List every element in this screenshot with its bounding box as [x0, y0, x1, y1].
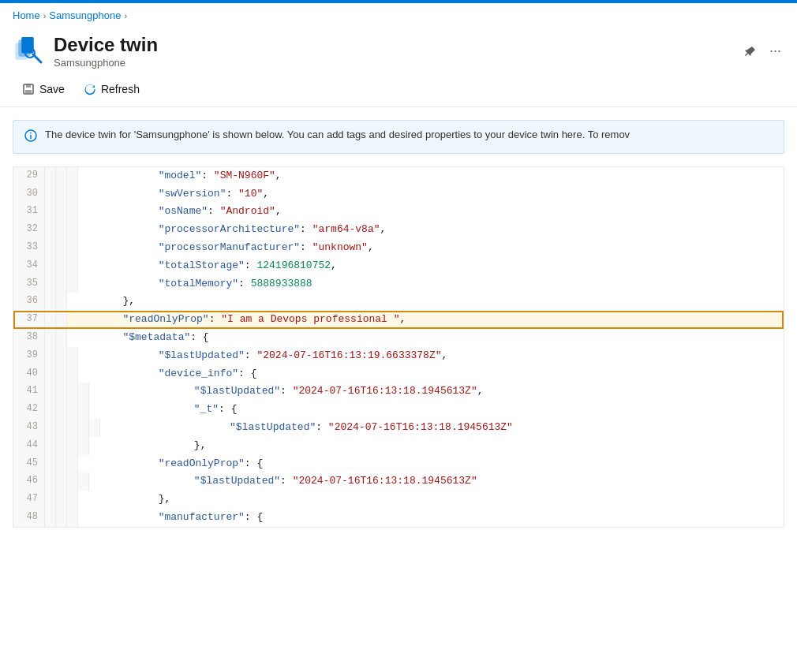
- line-content: },: [89, 437, 784, 455]
- collapse-gutter: [45, 472, 56, 491]
- line-number: 44: [13, 437, 45, 455]
- collapse-gutter: [56, 401, 67, 419]
- line-content: "_t": {: [89, 401, 784, 419]
- code-line-34: 34 "totalStorage": 124196810752,: [13, 257, 784, 275]
- svg-rect-6: [26, 84, 31, 88]
- info-banner: The device twin for 'Samsungphone' is sh…: [13, 120, 784, 154]
- collapse-gutter: [67, 401, 78, 419]
- collapse-gutter: [56, 437, 67, 455]
- collapse-gutter: [56, 365, 67, 383]
- line-content: "readOnlyProp": "I am a Devops professio…: [67, 311, 784, 329]
- collapse-gutter: [45, 203, 56, 221]
- breadcrumb: Home › Samsungphone ›: [0, 3, 797, 28]
- info-text: The device twin for 'Samsungphone' is sh…: [45, 129, 630, 140]
- collapse-gutter: [67, 185, 78, 203]
- header-actions: ···: [741, 39, 784, 62]
- collapse-gutter: [67, 383, 78, 401]
- collapse-gutter: [45, 167, 56, 185]
- line-number: 33: [13, 239, 45, 257]
- line-content: "processorManufacturer": "unknown",: [78, 239, 784, 257]
- collapse-gutter: [67, 455, 78, 473]
- line-number: 35: [13, 275, 45, 293]
- collapse-gutter: [45, 509, 56, 527]
- collapse-gutter: [56, 167, 67, 185]
- collapse-gutter: [45, 257, 56, 275]
- pin-button[interactable]: [741, 42, 760, 61]
- breadcrumb-chevron-1: ›: [43, 11, 47, 21]
- code-line-32: 32 "processorArchitecture": "arm64-v8a",: [13, 221, 784, 239]
- line-number: 36: [13, 293, 45, 311]
- code-line-43: 43 "$lastUpdated": "2024-07-16T16:13:18.…: [13, 419, 784, 437]
- collapse-gutter: [45, 293, 56, 311]
- collapse-gutter: [78, 401, 89, 419]
- collapse-gutter: [56, 275, 67, 293]
- code-line-39: 39 "$lastUpdated": "2024-07-16T16:13:19.…: [13, 347, 784, 365]
- collapse-gutter: [45, 239, 56, 257]
- svg-rect-2: [22, 37, 33, 53]
- collapse-gutter: [56, 293, 67, 311]
- collapse-gutter: [45, 491, 56, 509]
- collapse-gutter: [45, 419, 56, 437]
- collapse-gutter: [56, 257, 67, 275]
- collapse-gutter: [56, 203, 67, 221]
- line-number: 42: [13, 401, 45, 419]
- svg-rect-9: [30, 135, 32, 139]
- line-content: "model": "SM-N960F",: [78, 167, 784, 185]
- code-line-37: 37 "readOnlyProp": "I am a Devops profes…: [13, 311, 784, 329]
- line-number: 30: [13, 185, 45, 203]
- page-title: Device twin: [54, 34, 732, 57]
- line-content: "$lastUpdated": "2024-07-16T16:13:18.194…: [89, 383, 784, 401]
- collapse-gutter: [45, 311, 56, 329]
- breadcrumb-home[interactable]: Home: [13, 9, 40, 21]
- line-content: "processorArchitecture": "arm64-v8a",: [78, 221, 784, 239]
- code-line-29: 29 "model": "SM-N960F",: [13, 167, 784, 185]
- breadcrumb-device[interactable]: Samsungphone: [49, 9, 121, 21]
- collapse-gutter: [45, 365, 56, 383]
- collapse-gutter: [67, 239, 78, 257]
- line-content: "manufacturer": {: [78, 509, 784, 527]
- line-content: "$metadata": {: [67, 329, 784, 347]
- line-number: 46: [13, 472, 45, 491]
- collapse-gutter: [45, 455, 56, 473]
- line-number: 43: [13, 419, 45, 437]
- collapse-gutter: [56, 383, 67, 401]
- line-content: "totalMemory": 5888933888: [78, 275, 784, 293]
- svg-rect-7: [25, 90, 32, 93]
- more-button[interactable]: ···: [766, 39, 784, 62]
- collapse-gutter: [67, 472, 78, 491]
- code-line-45: 45 "readOnlyProp": {: [13, 455, 784, 473]
- line-number: 48: [13, 509, 45, 527]
- collapse-gutter: [67, 167, 78, 185]
- collapse-gutter: [67, 491, 78, 509]
- code-line-38: 38 "$metadata": {: [13, 329, 784, 347]
- line-number: 29: [13, 167, 45, 185]
- line-content: "osName": "Android",: [78, 203, 784, 221]
- info-icon: [24, 129, 37, 145]
- collapse-gutter: [78, 472, 89, 491]
- collapse-gutter: [56, 509, 67, 527]
- collapse-gutter: [78, 437, 89, 455]
- line-number: 41: [13, 383, 45, 401]
- line-number: 40: [13, 365, 45, 383]
- collapse-gutter: [78, 383, 89, 401]
- collapse-gutter: [45, 185, 56, 203]
- line-content: "$lastUpdated": "2024-07-16T16:13:19.663…: [78, 347, 784, 365]
- line-content: "$lastUpdated": "2024-07-16T16:13:18.194…: [89, 472, 784, 491]
- refresh-button[interactable]: Refresh: [74, 78, 149, 100]
- line-content: "device_info": {: [78, 365, 784, 383]
- code-line-30: 30 "swVersion": "10",: [13, 185, 784, 203]
- collapse-gutter: [56, 491, 67, 509]
- code-line-44: 44 },: [13, 437, 784, 455]
- collapse-gutter: [67, 509, 78, 527]
- line-content: },: [78, 491, 784, 509]
- code-line-36: 36 },: [13, 293, 784, 311]
- collapse-gutter: [45, 221, 56, 239]
- collapse-gutter: [67, 419, 78, 437]
- collapse-gutter: [67, 275, 78, 293]
- line-content: "totalStorage": 124196810752,: [78, 257, 784, 275]
- save-button[interactable]: Save: [13, 78, 74, 100]
- code-editor[interactable]: 29 "model": "SM-N960F",30 "swVersion": "…: [13, 166, 784, 528]
- collapse-gutter: [56, 221, 67, 239]
- code-line-41: 41 "$lastUpdated": "2024-07-16T16:13:18.…: [13, 383, 784, 401]
- toolbar: Save Refresh: [0, 72, 797, 107]
